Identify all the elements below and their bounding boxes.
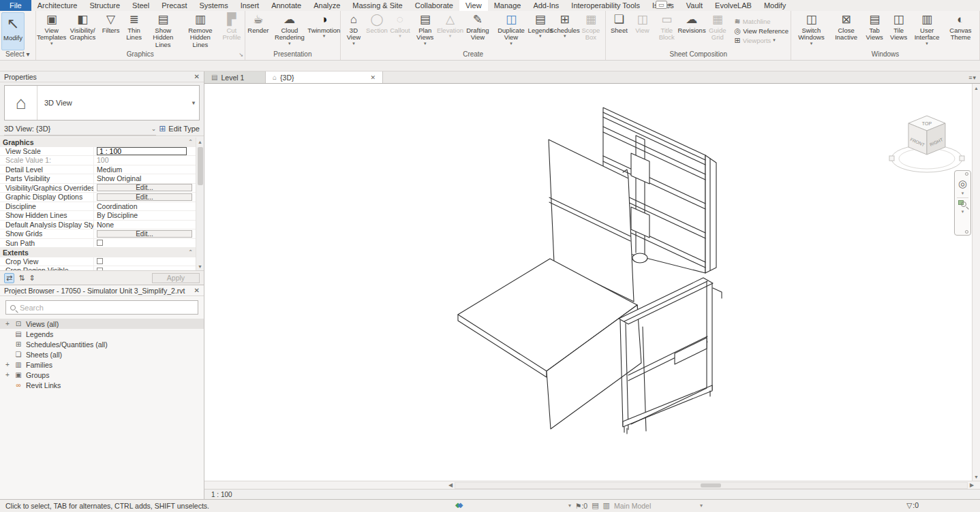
steering-wheel-icon[interactable]: ◎ <box>958 178 967 190</box>
view-templates-button[interactable]: ▣ View Templates ▾ <box>37 12 66 50</box>
prop-value[interactable]: None <box>94 221 196 229</box>
worksets-icon[interactable]: ▤ <box>592 501 598 510</box>
plan-views-button[interactable]: ▤ Plan Views ▾ <box>412 12 439 50</box>
tab-view[interactable]: View <box>459 0 488 11</box>
sort-ascending-button[interactable]: ⇅ <box>18 274 25 283</box>
tab-evolvelab[interactable]: EvolveLAB <box>709 0 758 11</box>
navbar-options-icon[interactable] <box>965 230 968 234</box>
viewports-button[interactable]: ⊞ Viewports ▾ <box>735 36 789 45</box>
selection-filter-icon[interactable]: ▽ <box>906 501 912 509</box>
tree-item-sheets[interactable]: ❏ Sheets (all) <box>0 349 204 359</box>
cloud-rendering-button[interactable]: ☁ Cloud Rendering ▾ <box>270 12 309 50</box>
tab-file[interactable]: File <box>0 0 31 11</box>
tab-structure[interactable]: Structure <box>83 0 126 11</box>
expand-icon[interactable]: + <box>4 371 11 379</box>
edit-type-button[interactable]: Edit Type <box>168 125 200 133</box>
drawing-canvas[interactable]: TOP FRONT RIGHT ◎ ▾ ▾ <box>204 84 972 481</box>
duplicate-view-button[interactable]: ◫ Duplicate View ▾ <box>493 12 529 50</box>
tab-systems[interactable]: Systems <box>193 0 234 11</box>
tab-manage[interactable]: Manage <box>488 0 527 11</box>
chevron-down-icon[interactable]: ▾ <box>962 191 964 196</box>
apply-button[interactable]: Apply <box>152 273 200 283</box>
editing-requests-icon[interactable]: ⚑:0 <box>575 502 587 510</box>
document-views-button[interactable]: ▭▾ <box>653 1 674 9</box>
close-inactive-button[interactable]: ⊠ Close Inactive <box>830 12 863 50</box>
tab-vault[interactable]: Vault <box>680 0 709 11</box>
3d-view-button[interactable]: ⌂ 3D View ▾ <box>342 12 365 50</box>
edit-button[interactable]: Edit... <box>97 193 192 201</box>
tree-item-revit-links[interactable]: ∞ Revit Links <box>0 380 204 390</box>
view-reference-button[interactable]: ◎ View Reference <box>735 27 789 35</box>
scroll-left-icon[interactable]: ◀ <box>446 482 455 488</box>
prop-value[interactable]: Show Original <box>94 174 196 183</box>
tree-item-views[interactable]: + ⊡ Views (all) <box>0 319 204 329</box>
tree-item-legends[interactable]: ▤ Legends <box>0 329 204 339</box>
user-interface-button[interactable]: ▥ User Interface ▾ <box>910 12 943 50</box>
prop-value[interactable]: Coordination <box>94 202 196 211</box>
tab-interoperability-tools[interactable]: Interoperability Tools <box>565 0 646 11</box>
zoom-tool-icon[interactable] <box>958 200 968 208</box>
panel-label-select[interactable]: Select ▾ <box>0 50 35 60</box>
view-tab-level1[interactable]: ▤ Level 1 <box>204 71 266 83</box>
thin-lines-button[interactable]: ≣ Thin Lines <box>123 12 146 50</box>
tab-massing-site[interactable]: Massing & Site <box>346 0 408 11</box>
properties-scrollbar[interactable]: ▲ ▼ <box>196 138 204 270</box>
design-options-icon[interactable]: ▥ <box>603 501 610 510</box>
close-icon[interactable]: ✕ <box>370 74 376 81</box>
tree-item-families[interactable]: + ▥ Families <box>0 359 204 370</box>
tab-collaborate[interactable]: Collaborate <box>409 0 459 11</box>
title-block-button[interactable]: ▭ Title Block <box>654 12 679 50</box>
prop-value[interactable]: By Discipline <box>94 211 196 220</box>
view-tab-3d[interactable]: ⌂ {3D} ✕ <box>266 71 383 83</box>
expand-icon[interactable]: + <box>4 320 11 327</box>
chevron-down-icon[interactable]: ▾ <box>568 502 571 509</box>
scroll-right-icon[interactable]: ▶ <box>968 482 976 488</box>
collapse-icon[interactable]: ⌃ <box>188 249 193 255</box>
modify-button[interactable]: ↖ Modify <box>1 12 25 50</box>
edit-button[interactable]: Edit... <box>97 184 192 191</box>
sort-default-button[interactable]: ⇄ <box>4 273 14 283</box>
section-extents[interactable]: Extents⌃ <box>0 248 204 257</box>
scroll-up-icon[interactable]: ▲ <box>974 84 979 92</box>
tree-item-schedules[interactable]: ⊞ Schedules/Quantities (all) <box>0 339 204 349</box>
sort-descending-button[interactable]: ⇕ <box>29 274 35 283</box>
scrollbar-thumb[interactable] <box>198 147 203 185</box>
tab-analyze[interactable]: Analyze <box>307 0 346 11</box>
filters-button[interactable]: ▽ Filters <box>99 12 123 50</box>
chevron-down-icon[interactable]: ▾ <box>700 502 703 509</box>
chevron-down-icon[interactable]: ▾ <box>188 86 199 120</box>
type-selector[interactable]: ⌂ 3D View ▾ <box>4 85 200 121</box>
tab-addins[interactable]: Add-Ins <box>527 0 565 11</box>
tab-annotate[interactable]: Annotate <box>265 0 307 11</box>
twinmotion-button[interactable]: ◑ Twinmotion ▾ <box>309 12 339 50</box>
scale-button[interactable]: 1 : 100 <box>211 491 247 498</box>
close-icon[interactable]: ✕ <box>194 287 200 294</box>
section-button[interactable]: ◯ Section <box>365 12 388 50</box>
tab-steel[interactable]: Steel <box>126 0 155 11</box>
drafting-view-button[interactable]: ✎ Drafting View <box>461 12 493 50</box>
legends-button[interactable]: ▤ Legends ▾ <box>529 12 552 50</box>
guide-grid-button[interactable]: ▦ Guide Grid <box>704 12 731 50</box>
sheet-button[interactable]: ❏ Sheet <box>607 12 630 50</box>
prop-value[interactable]: Medium <box>94 165 196 174</box>
tab-views-button[interactable]: ▤ Tab Views <box>862 12 887 50</box>
edit-button[interactable]: Edit... <box>97 230 192 238</box>
show-hidden-lines-button[interactable]: ▤ Show Hidden Lines <box>146 12 181 50</box>
revisions-button[interactable]: ☁ Revisions <box>679 12 704 50</box>
horizontal-scrollbar[interactable]: ◀ ▶ <box>204 481 980 489</box>
crop-view-checkbox[interactable] <box>97 258 103 264</box>
callout-button[interactable]: ◌ Callout ▾ <box>388 12 412 50</box>
sun-path-checkbox[interactable] <box>97 240 103 246</box>
tab-modify[interactable]: Modify <box>758 0 792 11</box>
vertical-scrollbar[interactable]: ▲ ▼ <box>972 84 980 481</box>
view-tabs-menu-button[interactable]: ≡▾ <box>964 71 980 83</box>
dialog-launcher-icon[interactable]: ↘ <box>239 52 243 58</box>
chevron-down-icon[interactable]: ▾ <box>962 209 964 214</box>
schedules-button[interactable]: ⊞ Schedules ▾ <box>552 12 578 50</box>
matchline-button[interactable]: ≋ Matchline <box>735 17 789 26</box>
scroll-down-icon[interactable]: ▼ <box>198 262 202 270</box>
expand-icon[interactable]: + <box>4 361 11 368</box>
cut-profile-button[interactable]: ▛ Cut Profile <box>220 12 243 50</box>
elevation-button[interactable]: △ Elevation ▾ <box>438 12 461 50</box>
active-design-option[interactable]: Main Model <box>614 502 696 510</box>
